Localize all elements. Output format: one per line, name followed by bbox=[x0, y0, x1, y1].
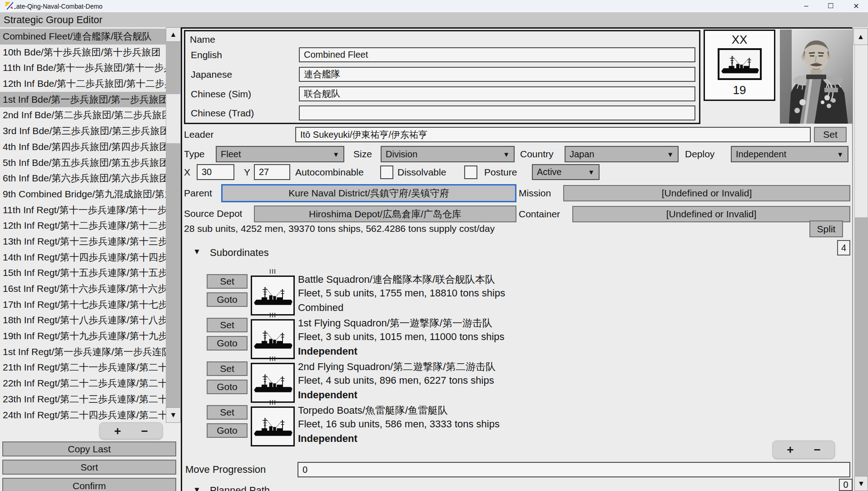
list-item[interactable]: 21th Inf Regt/第二十一歩兵連隊/第二十一步兵连队 bbox=[0, 360, 166, 376]
x-field[interactable]: 30 bbox=[197, 164, 234, 180]
sidebar-scrollbar-thumb[interactable] bbox=[166, 94, 180, 143]
subordinate-goto-button[interactable]: Goto bbox=[207, 423, 248, 438]
list-item[interactable]: 1st Inf Regt/第一歩兵連隊/第一步兵连队 bbox=[0, 344, 166, 360]
subordinate-set-button[interactable]: Set bbox=[207, 361, 248, 376]
list-item[interactable]: 5th Inf Bde/第五歩兵旅団/第五步兵旅团 bbox=[0, 155, 166, 171]
subordinate-deploy: Combined bbox=[298, 302, 343, 314]
ship-icon bbox=[720, 51, 759, 77]
autocombinable-label: Autocombinable bbox=[295, 164, 364, 180]
dissolvable-checkbox[interactable] bbox=[464, 165, 477, 179]
list-item[interactable]: 2nd Inf Bde/第二歩兵旅団/第二步兵旅团 bbox=[0, 107, 166, 123]
container-button[interactable]: [Undefined or Invalid] bbox=[572, 206, 850, 222]
chinese-trad-label: Chinese (Trad) bbox=[191, 105, 254, 120]
subordinate-goto-button[interactable]: Goto bbox=[207, 380, 248, 394]
list-item[interactable]: 12th Inf Bde/第十二歩兵旅団/第十二步兵旅团 bbox=[0, 76, 166, 92]
subordinate-goto-button[interactable]: Goto bbox=[207, 336, 248, 351]
list-item[interactable]: 16st Inf Regt/第十六歩兵連隊/第十六步兵连队 bbox=[0, 281, 166, 297]
posture-dropdown[interactable]: Active ▼ bbox=[532, 164, 600, 180]
main-scroll-up-button[interactable]: ▲ bbox=[853, 28, 868, 45]
page-title: Strategic Group Editor bbox=[4, 14, 103, 26]
subordinate-deploy: Independent bbox=[298, 433, 357, 445]
country-dropdown[interactable]: Japan ▼ bbox=[565, 146, 679, 162]
bottom-counter-field[interactable]: 0 bbox=[839, 479, 853, 491]
remove-unit-button[interactable]: − bbox=[141, 425, 148, 437]
size-dropdown[interactable]: Division ▼ bbox=[381, 146, 515, 162]
subordinate-name: Battle Squadron/連合艦隊本隊/联合舰队本队 bbox=[298, 273, 495, 286]
minimize-button[interactable]: – bbox=[796, 0, 817, 12]
confirm-button[interactable]: Confirm bbox=[2, 478, 176, 491]
subordinate-set-button[interactable]: Set bbox=[207, 405, 248, 420]
subordinate-ship-frame bbox=[251, 363, 295, 403]
list-item[interactable]: 3rd Inf Bde/第三歩兵旅団/第三步兵旅团 bbox=[0, 123, 166, 139]
subordinate-set-button[interactable]: Set bbox=[207, 274, 248, 289]
list-item[interactable]: 12th Inf Regt/第十二歩兵連隊/第十二步兵连队 bbox=[0, 218, 166, 234]
x-label: X bbox=[184, 164, 190, 180]
subordinate-stats: Fleet, 16 sub units, 586 men, 3333 tons … bbox=[298, 418, 500, 430]
unit-list: Combined Fleet/連合艦隊/联合舰队 10th Bde/第十歩兵旅団… bbox=[0, 27, 166, 423]
list-item[interactable]: 9th Combined Bridge/第九混成旅団/第九混成旅团 bbox=[0, 186, 166, 202]
planned-path-collapse-arrow[interactable]: ▼ bbox=[193, 486, 201, 491]
chinese-sim-name-field[interactable]: 联合舰队 bbox=[299, 86, 695, 101]
list-item[interactable]: 17th Inf Regt/第十七歩兵連隊/第十七步兵连队 bbox=[0, 297, 166, 313]
list-item[interactable]: 6th Inf Bde/第六歩兵旅団/第六步兵旅团 bbox=[0, 170, 166, 186]
move-progression-field[interactable]: 0 bbox=[298, 462, 850, 477]
close-button[interactable]: ✕ bbox=[846, 0, 867, 12]
source-depot-button[interactable]: Hiroshima Depot/広島倉庫/广岛仓库 bbox=[254, 205, 516, 222]
main-scroll-down-button[interactable]: ▼ bbox=[854, 476, 868, 491]
list-item[interactable]: 13th Inf Regt/第十三歩兵連隊/第十三步兵连队 bbox=[0, 234, 166, 250]
y-field[interactable]: 27 bbox=[254, 164, 290, 180]
subordinate-goto-button[interactable]: Goto bbox=[207, 292, 248, 307]
list-item[interactable]: 4th Inf Bde/第四歩兵旅団/第四步兵旅团 bbox=[0, 139, 166, 155]
list-item[interactable]: 18th Inf Regt/第十八歩兵連隊/第十八步兵连队 bbox=[0, 312, 166, 328]
mission-button[interactable]: [Undefined or Invalid] bbox=[563, 185, 850, 201]
chinese-trad-name-field[interactable] bbox=[299, 105, 695, 120]
sidebar-scroll-down-button[interactable]: ▼ bbox=[166, 407, 181, 423]
list-item[interactable]: 11th Inf Bde/第十一歩兵旅団/第十一步兵旅团 bbox=[0, 60, 166, 76]
subordinate-size-marker: III bbox=[251, 355, 295, 362]
list-item[interactable]: 14th Inf Regt/第十四歩兵連隊/第十四步兵连队 bbox=[0, 250, 166, 266]
type-label: Type bbox=[184, 146, 205, 162]
subordinate-remove-button[interactable]: − bbox=[814, 444, 821, 456]
list-item[interactable]: 22th Inf Regt/第二十二歩兵連隊/第二十二步兵连队 bbox=[0, 376, 166, 391]
list-item[interactable]: Combined Fleet/連合艦隊/联合舰队 bbox=[0, 29, 166, 45]
country-value: Japan bbox=[570, 149, 595, 160]
subordinate-size-marker: III bbox=[251, 398, 295, 406]
dissolvable-label: Dissolvable bbox=[397, 164, 446, 180]
triangle-up-icon: ▲ bbox=[857, 33, 864, 41]
country-label: Country bbox=[520, 146, 554, 162]
autocombinable-checkbox[interactable] bbox=[380, 165, 393, 179]
type-dropdown[interactable]: Fleet ▼ bbox=[216, 146, 344, 162]
subordinate-set-button[interactable]: Set bbox=[207, 318, 248, 332]
leader-field[interactable]: Itō Sukeyuki/伊東祐亨/伊东祐亨 bbox=[295, 127, 811, 142]
add-unit-button[interactable]: + bbox=[114, 425, 121, 437]
split-button[interactable]: Split bbox=[809, 220, 843, 237]
ship-icon bbox=[253, 327, 293, 351]
subordinates-collapse-arrow[interactable]: ▼ bbox=[193, 247, 201, 256]
main-scrollbar-thumb[interactable] bbox=[855, 45, 868, 217]
move-progression-label: Move Progression bbox=[185, 462, 266, 477]
leader-set-button[interactable]: Set bbox=[814, 127, 847, 142]
sidebar-scroll-up-button[interactable]: ▲ bbox=[166, 27, 181, 42]
parent-button[interactable]: Kure Naval District/呉鎮守府/吴镇守府 bbox=[221, 184, 516, 202]
list-item[interactable]: 15th Inf Regt/第十五歩兵連隊/第十五步兵连队 bbox=[0, 265, 166, 281]
triangle-up-icon: ▲ bbox=[170, 30, 177, 39]
copy-last-button[interactable]: Copy Last bbox=[2, 441, 176, 456]
list-item[interactable]: 24th Inf Regt/第二十四歩兵連隊/第二十四步兵连队 bbox=[0, 407, 166, 423]
japanese-name-field[interactable]: 連合艦隊 bbox=[299, 67, 695, 82]
chevron-down-icon: ▼ bbox=[503, 150, 510, 158]
list-item[interactable]: 23th Inf Regt/第二十三歩兵連隊/第二十三步兵连队 bbox=[0, 391, 166, 407]
split-count-field[interactable]: 4 bbox=[837, 240, 850, 256]
app-window: Late-Qing-Naval-Combat-Demo – ☐ ✕ Strate… bbox=[0, 0, 868, 491]
english-name-field[interactable]: Combined Fleet bbox=[299, 47, 695, 62]
triangle-down-icon: ▼ bbox=[858, 480, 865, 488]
unit-counter: XX 19 bbox=[704, 30, 775, 101]
list-item[interactable]: 19th Inf Regt/第十九歩兵連隊/第十九步兵连队 bbox=[0, 328, 166, 344]
maximize-button[interactable]: ☐ bbox=[820, 0, 841, 12]
subordinate-add-button[interactable]: + bbox=[787, 444, 794, 456]
deploy-dropdown[interactable]: Independent ▼ bbox=[731, 146, 848, 162]
list-item[interactable]: 1st Inf Bde/第一歩兵旅団/第一步兵旅团 bbox=[0, 92, 166, 108]
subordinate-deploy: Independent bbox=[298, 389, 357, 401]
list-item[interactable]: 11th Inf Regt/第十一歩兵連隊/第十一步兵连队 bbox=[0, 202, 166, 218]
sort-button[interactable]: Sort bbox=[2, 460, 176, 475]
list-item[interactable]: 10th Bde/第十歩兵旅団/第十步兵旅团 bbox=[0, 45, 166, 60]
